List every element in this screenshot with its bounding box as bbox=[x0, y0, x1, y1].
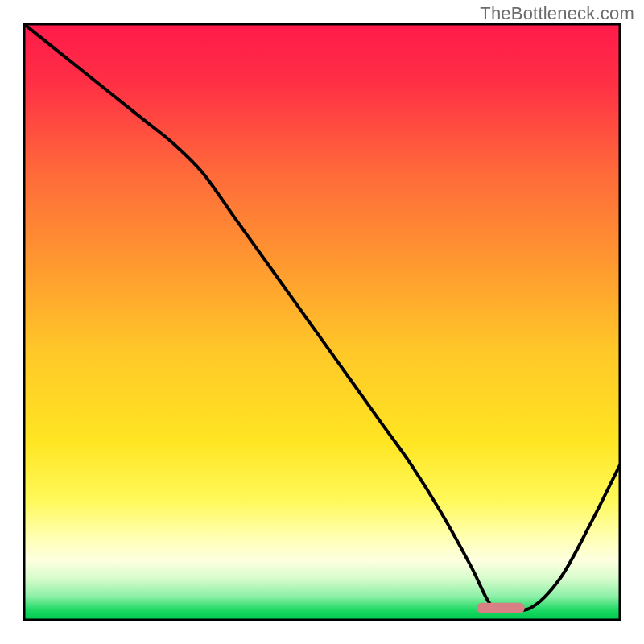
optimal-marker bbox=[477, 603, 524, 613]
bottleneck-chart-svg bbox=[0, 0, 644, 644]
plot-background bbox=[24, 24, 620, 620]
chart-container: TheBottleneck.com bbox=[0, 0, 644, 644]
watermark-text: TheBottleneck.com bbox=[480, 3, 634, 24]
